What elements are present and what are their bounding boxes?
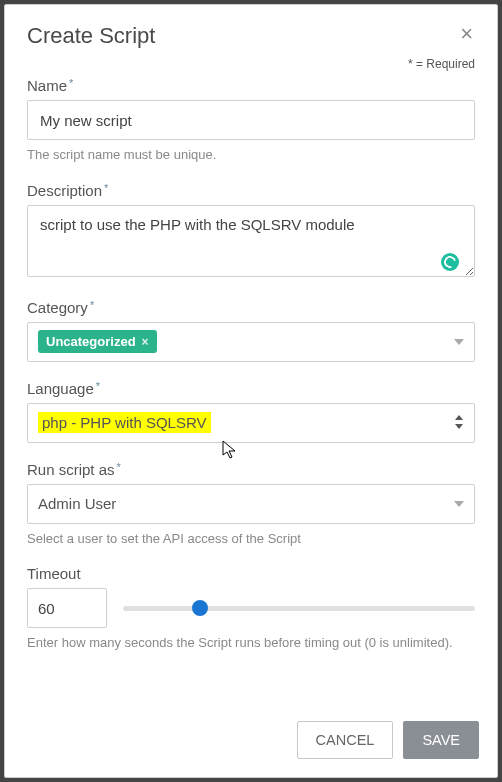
description-label-text: Description: [27, 182, 102, 199]
name-help: The script name must be unique.: [27, 146, 475, 164]
save-button[interactable]: SAVE: [403, 721, 479, 759]
name-label-text: Name: [27, 77, 67, 94]
slider-track: [123, 606, 475, 611]
run-as-label: Run script as*: [27, 461, 475, 478]
run-as-value: Admin User: [38, 495, 116, 512]
modal-footer: CANCEL SAVE: [5, 707, 497, 777]
timeout-row: [27, 588, 475, 628]
category-label: Category*: [27, 299, 475, 316]
category-tag[interactable]: Uncategorized ×: [38, 330, 157, 353]
run-as-help: Select a user to set the API access of t…: [27, 530, 475, 548]
timeout-help: Enter how many seconds the Script runs b…: [27, 634, 475, 652]
run-as-select[interactable]: Admin User: [27, 484, 475, 524]
language-select[interactable]: php - PHP with SQLSRV: [27, 403, 475, 443]
description-wrap: [27, 205, 475, 281]
timeout-slider[interactable]: [123, 598, 475, 618]
grammarly-icon[interactable]: [441, 253, 459, 271]
asterisk-icon: *: [67, 77, 73, 89]
run-as-label-text: Run script as: [27, 461, 115, 478]
asterisk-icon: *: [88, 299, 94, 311]
name-input[interactable]: [27, 100, 475, 140]
create-script-modal: Create Script × * = Required Name* The s…: [4, 4, 498, 778]
asterisk-icon: *: [102, 182, 108, 194]
modal-body: Name* The script name must be unique. De…: [5, 77, 497, 707]
field-description: Description*: [27, 182, 475, 281]
language-label-text: Language: [27, 380, 94, 397]
timeout-label: Timeout: [27, 565, 475, 582]
sort-icon: [454, 415, 464, 431]
chevron-down-icon: [454, 339, 464, 345]
field-name: Name* The script name must be unique.: [27, 77, 475, 164]
close-icon[interactable]: ×: [458, 23, 475, 45]
cancel-button[interactable]: CANCEL: [297, 721, 394, 759]
language-label: Language*: [27, 380, 475, 397]
name-label: Name*: [27, 77, 475, 94]
language-value: php - PHP with SQLSRV: [38, 412, 211, 433]
description-label: Description*: [27, 182, 475, 199]
modal-title: Create Script: [27, 23, 155, 49]
tag-remove-icon[interactable]: ×: [142, 335, 149, 349]
category-select[interactable]: Uncategorized ×: [27, 322, 475, 362]
field-run-as: Run script as* Admin User Select a user …: [27, 461, 475, 548]
asterisk-icon: *: [115, 461, 121, 473]
required-legend: * = Required: [5, 57, 497, 77]
field-category: Category* Uncategorized ×: [27, 299, 475, 362]
modal-header: Create Script ×: [5, 5, 497, 57]
timeout-input[interactable]: [27, 588, 107, 628]
category-tag-label: Uncategorized: [46, 334, 136, 349]
chevron-down-icon: [454, 501, 464, 507]
field-timeout: Timeout Enter how many seconds the Scrip…: [27, 565, 475, 652]
asterisk-icon: *: [94, 380, 100, 392]
category-label-text: Category: [27, 299, 88, 316]
slider-thumb[interactable]: [192, 600, 208, 616]
description-input[interactable]: [27, 205, 475, 277]
field-language: Language* php - PHP with SQLSRV: [27, 380, 475, 443]
